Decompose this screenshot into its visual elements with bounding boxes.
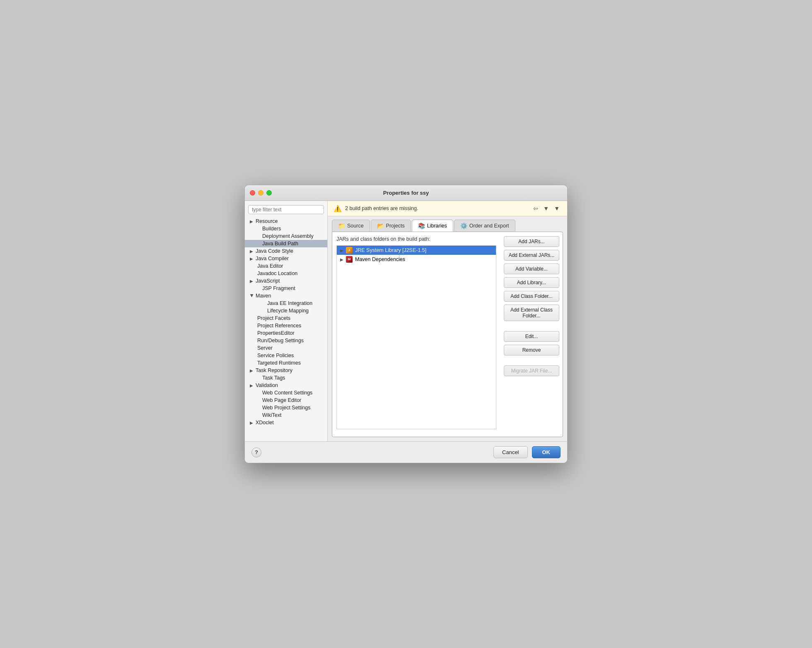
sidebar-item-7[interactable]: Javadoc Location [245, 270, 327, 277]
projects-tab-label: Projects [386, 223, 405, 229]
filter-input[interactable] [248, 205, 324, 214]
sidebar-item-0[interactable]: ▶Resource [245, 218, 327, 225]
add-external-class-folder-button[interactable]: Add External Class Folder... [504, 305, 559, 321]
jre-tree-item[interactable]: ▶ J JRE System Library [J2SE-1.5] [337, 246, 496, 255]
sidebar-item-label-17: Server [257, 345, 273, 351]
right-panel: ⚠️ 2 build path entries are missing. ⇦ ▼… [328, 201, 567, 441]
sidebar-item-label-12: Lifecycle Mapping [267, 308, 309, 314]
sidebar-item-label-1: Builders [262, 226, 281, 232]
filter-container [248, 205, 324, 214]
window-title: Properties for ssy [383, 190, 429, 196]
sidebar-item-label-14: Project References [257, 323, 301, 329]
add-external-jars-button[interactable]: Add External JARs... [504, 250, 559, 261]
maximize-button[interactable] [266, 190, 272, 196]
sidebar-item-21[interactable]: Task Tags [245, 374, 327, 382]
panel-inner: JARs and class folders on the build path… [332, 232, 500, 437]
sidebar-arrow-20: ▶ [250, 368, 254, 373]
sidebar-item-23[interactable]: Web Content Settings [245, 389, 327, 397]
warning-forward-btn[interactable]: ▼ [541, 204, 551, 213]
sidebar-item-3[interactable]: Java Build Path [245, 240, 327, 247]
sidebar-item-24[interactable]: Web Page Editor [245, 397, 327, 404]
ok-button[interactable]: OK [532, 446, 561, 458]
warning-back-btn[interactable]: ⇦ [532, 204, 540, 213]
source-tab-icon: 📁 [338, 222, 345, 229]
maven-tree-item[interactable]: ▶ M Maven Dependencies [337, 255, 496, 264]
panel-buttons: Add JARs... Add External JARs... Add Var… [500, 232, 563, 437]
sidebar-item-2[interactable]: Deployment Assembly [245, 232, 327, 240]
sidebar-item-label-4: Java Code Style [256, 248, 293, 254]
warning-actions: ⇦ ▼ ▼ [532, 204, 561, 213]
tabs-container: 📁 Source 📂 Projects 📚 Libraries ⚙️ Order… [328, 216, 567, 232]
sidebar-item-5[interactable]: ▶Java Compiler [245, 255, 327, 262]
sidebar-item-14[interactable]: Project References [245, 322, 327, 329]
sidebar-item-label-3: Java Build Path [262, 241, 298, 247]
properties-window: Properties for ssy ▶ResourceBuildersDepl… [244, 185, 568, 463]
sidebar-item-label-7: Javadoc Location [257, 271, 297, 276]
sidebar-item-label-0: Resource [256, 218, 278, 224]
sidebar-item-label-5: Java Compiler [256, 256, 289, 261]
sidebar-item-15[interactable]: PropertiesEditor [245, 329, 327, 337]
tab-order-export[interactable]: ⚙️ Order and Export [454, 220, 515, 232]
button-separator-1 [504, 324, 559, 328]
sidebar-item-9[interactable]: JSP Fragment [245, 285, 327, 292]
tab-projects[interactable]: 📂 Projects [371, 220, 411, 232]
remove-button[interactable]: Remove [504, 345, 559, 355]
minimize-button[interactable] [258, 190, 263, 196]
sidebar-item-8[interactable]: ▶JavaScript [245, 277, 327, 285]
sidebar-item-label-8: JavaScript [256, 278, 280, 284]
footer: ? Cancel OK [245, 441, 567, 463]
tab-source[interactable]: 📁 Source [332, 220, 370, 232]
sidebar-item-17[interactable]: Server [245, 344, 327, 352]
sidebar-item-label-10: Maven [256, 293, 271, 299]
sidebar-item-25[interactable]: Web Project Settings [245, 404, 327, 411]
sidebar-item-label-18: Service Policies [257, 353, 294, 358]
sidebar-item-4[interactable]: ▶Java Code Style [245, 247, 327, 255]
migrate-jar-button[interactable]: Migrate JAR File... [504, 365, 559, 376]
sidebar-arrow-0: ▶ [250, 219, 254, 224]
sidebar-item-label-9: JSP Fragment [262, 285, 295, 291]
sidebar-item-label-22: Validation [256, 382, 278, 388]
sidebar-item-label-19: Targeted Runtimes [257, 360, 301, 366]
sidebar-item-12[interactable]: Lifecycle Mapping [245, 307, 327, 314]
maven-arrow-icon: ▶ [340, 257, 344, 262]
close-button[interactable] [250, 190, 255, 196]
add-library-button[interactable]: Add Library... [504, 277, 559, 288]
sidebar-item-27[interactable]: ▶XDoclet [245, 419, 327, 426]
sidebar-item-22[interactable]: ▶Validation [245, 382, 327, 389]
libraries-panel: JARs and class folders on the build path… [332, 232, 563, 437]
sidebar-item-label-2: Deployment Assembly [262, 233, 314, 239]
sidebar: ▶ResourceBuildersDeployment AssemblyJava… [245, 201, 328, 441]
panel-description: JARs and class folders on the build path… [336, 236, 496, 242]
add-class-folder-button[interactable]: Add Class Folder... [504, 291, 559, 302]
sidebar-item-10[interactable]: ▶Maven [245, 292, 327, 300]
build-path-tree: ▶ J JRE System Library [J2SE-1.5] ▶ M Ma… [336, 245, 496, 429]
sidebar-arrow-27: ▶ [250, 421, 254, 425]
sidebar-item-26[interactable]: WikiText [245, 411, 327, 419]
sidebar-item-label-11: Java EE Integration [267, 300, 312, 306]
warning-icon: ⚠️ [334, 205, 342, 213]
sidebar-item-16[interactable]: Run/Debug Settings [245, 337, 327, 344]
sidebar-item-18[interactable]: Service Policies [245, 352, 327, 359]
sidebar-item-6[interactable]: Java Editor [245, 262, 327, 270]
sidebar-item-20[interactable]: ▶Task Repository [245, 367, 327, 374]
edit-button[interactable]: Edit... [504, 331, 559, 342]
sidebar-item-19[interactable]: Targeted Runtimes [245, 359, 327, 367]
sidebar-item-13[interactable]: Project Facets [245, 314, 327, 322]
sidebar-item-11[interactable]: Java EE Integration [245, 300, 327, 307]
warning-dropdown-btn[interactable]: ▼ [552, 204, 561, 213]
help-button[interactable]: ? [251, 447, 261, 457]
sidebar-item-1[interactable]: Builders [245, 225, 327, 232]
libraries-tab-label: Libraries [427, 223, 447, 229]
jre-arrow-icon: ▶ [340, 248, 344, 253]
source-tab-label: Source [347, 223, 364, 229]
jre-icon: J [346, 247, 353, 254]
button-separator-2 [504, 358, 559, 363]
maven-icon: M [346, 256, 353, 263]
titlebar: Properties for ssy [245, 185, 567, 201]
add-variable-button[interactable]: Add Variable... [504, 264, 559, 274]
sidebar-arrow-22: ▶ [250, 383, 254, 388]
cancel-button[interactable]: Cancel [493, 446, 527, 458]
tab-libraries[interactable]: 📚 Libraries [412, 220, 453, 232]
order-export-tab-icon: ⚙️ [460, 222, 467, 229]
add-jars-button[interactable]: Add JARs... [504, 236, 559, 247]
